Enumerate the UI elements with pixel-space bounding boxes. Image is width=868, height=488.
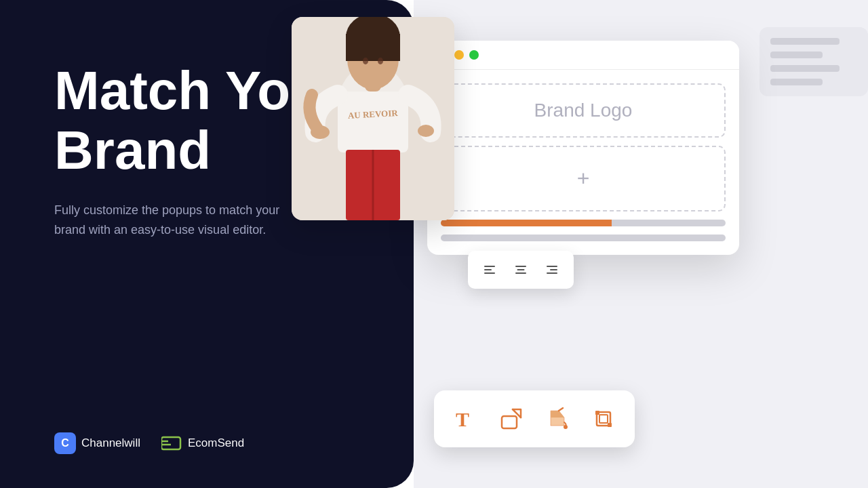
fill-tool-button[interactable]	[540, 401, 575, 436]
bg-line-4	[770, 79, 823, 85]
text-tool-button[interactable]: T	[448, 401, 483, 436]
svg-rect-24	[550, 269, 557, 270]
browser-content: Brand Logo +	[427, 70, 739, 255]
align-right-button[interactable]	[538, 256, 566, 283]
svg-rect-5	[338, 92, 408, 152]
brand-logo-label: Brand Logo	[534, 100, 633, 121]
brand-logo-box[interactable]: Brand Logo	[441, 83, 726, 138]
svg-rect-23	[547, 266, 557, 267]
traffic-light-yellow[interactable]	[454, 50, 464, 60]
align-left-button[interactable]	[476, 256, 503, 283]
channelwill-label: Channelwill	[81, 436, 140, 450]
ecomsend-brand: EcomSend	[161, 435, 244, 451]
svg-rect-21	[517, 269, 525, 270]
svg-rect-27	[502, 416, 517, 428]
person-silhouette: AU REVOIR	[292, 17, 454, 220]
svg-point-16	[378, 58, 383, 64]
ecomsend-icon	[161, 435, 182, 451]
brand-logos-row: C Channelwill EcomSend	[54, 432, 366, 454]
right-panel: AU REVOIR	[414, 0, 868, 488]
svg-rect-20	[515, 266, 526, 267]
align-toolbar	[468, 251, 574, 289]
channelwill-brand: C Channelwill	[54, 432, 140, 454]
svg-rect-14	[346, 34, 400, 61]
svg-point-15	[363, 58, 368, 64]
bg-browser	[760, 27, 868, 96]
resize-tool-button[interactable]	[494, 401, 529, 436]
browser-window: Brand Logo +	[427, 41, 739, 255]
svg-text:T: T	[456, 408, 469, 430]
upload-box[interactable]: +	[441, 146, 726, 211]
ecomsend-label: EcomSend	[188, 436, 244, 450]
svg-rect-19	[484, 272, 495, 274]
bg-line-1	[770, 38, 840, 45]
svg-rect-25	[547, 272, 557, 274]
svg-rect-22	[515, 272, 526, 274]
traffic-light-green[interactable]	[469, 50, 479, 60]
svg-rect-0	[161, 437, 180, 449]
svg-rect-33	[608, 423, 612, 427]
svg-rect-31	[599, 415, 608, 423]
sub-description: Fully customize the popups to match your…	[54, 201, 285, 240]
bg-line-3	[770, 65, 840, 72]
editor-toolbar: T	[434, 390, 635, 447]
content-wrapper: AU REVOIR	[414, 0, 868, 488]
crop-tool-button[interactable]	[586, 401, 621, 436]
svg-point-10	[418, 125, 434, 137]
channelwill-icon: C	[54, 432, 76, 454]
fashion-photo: AU REVOIR	[292, 17, 454, 220]
svg-rect-32	[595, 411, 599, 415]
svg-rect-17	[484, 266, 495, 267]
plus-icon: +	[577, 166, 590, 191]
browser-titlebar	[427, 41, 739, 70]
svg-rect-18	[484, 269, 492, 270]
slider-bar-2[interactable]	[441, 235, 726, 241]
align-center-button[interactable]	[507, 256, 534, 283]
slider-bar[interactable]	[441, 220, 726, 226]
bg-line-2	[770, 52, 823, 58]
